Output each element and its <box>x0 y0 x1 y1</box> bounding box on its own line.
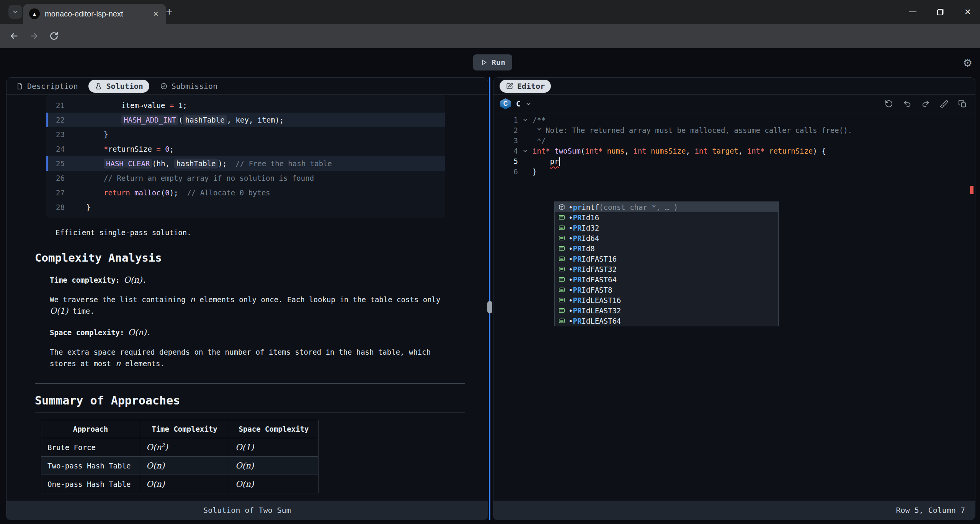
restore-icon <box>937 9 944 15</box>
math-expression: O(1) <box>50 306 68 316</box>
token: } <box>86 203 90 211</box>
tab-close-icon[interactable]: × <box>150 8 162 20</box>
language-name: C <box>516 99 521 108</box>
token: = <box>170 101 174 110</box>
token: , <box>686 147 694 155</box>
undo-icon[interactable] <box>903 100 911 108</box>
new-tab-button[interactable]: + <box>162 5 176 19</box>
monaco-editor[interactable]: 1/**2 * Note: The returned array must be… <box>493 113 975 501</box>
code-line-5[interactable]: 5 pr <box>493 156 975 166</box>
token: ( <box>161 188 165 197</box>
run-button[interactable]: Run <box>473 54 512 70</box>
editor-panel: Editor C C <box>493 77 975 520</box>
approach-cell: Brute Force <box>41 438 140 457</box>
suggestion-item[interactable]: •PRId16 <box>555 212 778 223</box>
suggestion-bullet: • <box>568 255 573 263</box>
reload-icon[interactable] <box>49 31 59 41</box>
token: * <box>104 145 108 153</box>
complexity-heading: Complexity Analysis <box>35 251 465 264</box>
token: target <box>712 147 738 155</box>
time-complexity-cell: O(n) <box>140 475 229 493</box>
code-line-4[interactable]: 4int* twoSum(int* nums, int numsSize, in… <box>493 146 975 156</box>
browser-tab[interactable]: ▲ monaco-editor-lsp-next × <box>23 4 166 24</box>
panel-splitter[interactable] <box>489 77 490 520</box>
summary-table-body: Brute ForceO(n2)O(1)Two-pass Hash TableO… <box>41 438 318 493</box>
editor-footer: Row 5, Column 7 <box>493 501 975 520</box>
tab-solution[interactable]: Solution <box>88 80 149 93</box>
code-line-27[interactable]: 27return malloc(0); // Allocate 0 bytes <box>46 185 445 200</box>
time-complexity-tail: . <box>142 276 146 284</box>
code-line-22[interactable]: 22HASH_ADD_INT(hashTable, key, item); <box>46 113 445 127</box>
c-language-icon: C <box>500 98 511 110</box>
suggestion-item[interactable]: •PRIdFAST64 <box>555 274 778 285</box>
copy-icon[interactable] <box>958 100 967 108</box>
suggestion-bullet: • <box>568 286 573 294</box>
code-line-6[interactable]: 6} <box>493 166 975 177</box>
close-button[interactable]: × <box>962 7 973 17</box>
code-text: return malloc(0); // Allocate 0 bytes <box>86 188 270 197</box>
splitter-grip-handle[interactable] <box>487 301 492 313</box>
restore-button[interactable] <box>935 7 946 17</box>
code-line-23[interactable]: 23} <box>46 127 445 142</box>
token <box>227 159 235 168</box>
constant-icon <box>558 286 565 294</box>
editor-tabs: Editor <box>493 78 975 95</box>
code-line-1[interactable]: 1/** <box>493 115 975 125</box>
suggestion-item[interactable]: •PRIdLEAST16 <box>555 295 778 305</box>
suggestion-item[interactable]: •PRIdFAST32 <box>555 264 778 274</box>
code-line-3[interactable]: 3 */ <box>493 135 975 146</box>
suggestion-item[interactable]: •PRIdFAST16 <box>555 254 778 264</box>
time-complexity-label: Time complexity: <box>50 276 120 284</box>
back-icon[interactable] <box>9 31 19 41</box>
code-line-24[interactable]: 24*returnSize = 0; <box>46 142 445 156</box>
fold-chevron-icon[interactable] <box>518 117 532 123</box>
math-expression: n <box>190 295 195 304</box>
tab-search-button[interactable] <box>8 5 22 19</box>
minimize-button[interactable] <box>907 7 918 17</box>
suggestion-item[interactable]: •PRIdFAST8 <box>555 285 778 295</box>
suggestion-item[interactable]: •PRIdLEAST64 <box>555 316 778 326</box>
constant-icon <box>558 265 565 273</box>
code-line-21[interactable]: 21item→value = 1; <box>46 98 445 113</box>
suggestion-item[interactable]: •printf(const char *, … ) <box>555 202 778 212</box>
code-line-25[interactable]: 25HASH_CLEAR(hh, hashTable); // Free the… <box>46 156 445 171</box>
solution-article: 21item→value = 1;22HASH_ADD_INT(hashTabl… <box>7 94 488 501</box>
reset-code-icon[interactable] <box>885 100 893 108</box>
constant-icon <box>558 245 565 252</box>
suggestion-rest: IdFAST64 <box>581 275 617 284</box>
format-brush-icon[interactable] <box>940 100 948 108</box>
suggestion-item[interactable]: •PRIdLEAST32 <box>555 305 778 316</box>
language-chevron-icon[interactable] <box>525 101 532 107</box>
tab-editor-label: Editor <box>517 82 545 91</box>
token: returnSize <box>769 147 813 155</box>
token: int <box>633 147 646 155</box>
redo-icon[interactable] <box>921 100 930 108</box>
token <box>603 147 607 155</box>
table-row: Brute ForceO(n2)O(1) <box>41 438 318 457</box>
forward-icon[interactable] <box>29 31 39 41</box>
tab-description[interactable]: Description <box>16 82 78 91</box>
suggestion-item[interactable]: •PRId8 <box>555 243 778 254</box>
token <box>647 147 651 155</box>
code-line-2[interactable]: 2 * Note: The returned array must be mal… <box>493 125 975 135</box>
summary-table-head-row: Approach Time Complexity Space Complexit… <box>41 420 318 438</box>
settings-gear-icon[interactable]: ⚙ <box>963 57 972 69</box>
token: HASH_ADD_INT <box>121 115 178 125</box>
tab-submission[interactable]: Submission <box>160 82 217 91</box>
time-complexity-cell: O(n) <box>140 457 229 475</box>
suggestion-rest: Id16 <box>581 213 599 222</box>
token: * Note: The returned array must be mallo… <box>532 126 852 134</box>
code-line-28[interactable]: 28} <box>46 200 445 215</box>
code-line-26[interactable]: 26// Return an empty array if no solutio… <box>46 171 445 185</box>
fold-chevron-icon[interactable] <box>518 148 532 154</box>
suggestion-item[interactable]: •PRId64 <box>555 233 778 243</box>
suggestion-label: •printf(const char *, … ) <box>568 203 678 211</box>
suggestion-label: •PRIdFAST32 <box>568 265 617 273</box>
code-text: } <box>86 130 108 139</box>
suggestion-rest: IdLEAST16 <box>581 296 621 305</box>
suggestion-rest: Id64 <box>581 234 599 242</box>
space-complexity-cell: O(n) <box>229 457 318 475</box>
tab-editor[interactable]: Editor <box>500 80 551 93</box>
suggestion-item[interactable]: •PRId32 <box>555 223 778 233</box>
suggestion-label: •PRIdFAST64 <box>568 275 617 284</box>
